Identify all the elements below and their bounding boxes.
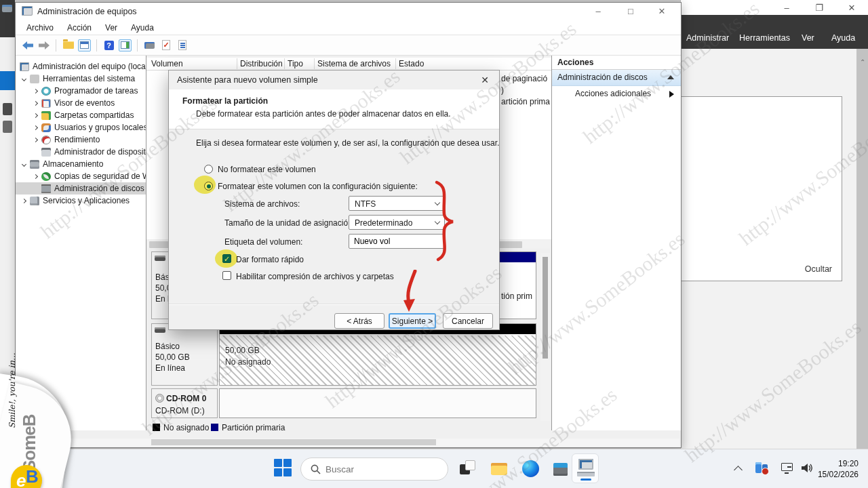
allocation-unit-label: Tamaño de la unidad de asignación: (224, 218, 355, 228)
chevron-right-icon[interactable] (33, 88, 38, 93)
tree-item-herramientas[interactable]: Herramientas del sistema (16, 73, 146, 85)
tray-chevron-up-icon[interactable] (734, 466, 743, 474)
back-button[interactable]: < Atrás (334, 313, 384, 329)
disk1-type: Básico (155, 342, 180, 351)
dialog-heading: Formatear la partición (182, 96, 268, 106)
quick-format-label[interactable]: Dar formato rápido (236, 255, 304, 264)
minimize-icon[interactable]: – (776, 3, 797, 14)
disk1-free-label: No asignado (225, 357, 271, 367)
chevron-up-icon[interactable]: ⌃ (860, 58, 865, 66)
chevron-down-icon[interactable] (22, 161, 26, 166)
volume-label-input[interactable] (349, 234, 445, 249)
radio-no-format-label[interactable]: No formatear este volumen (218, 165, 316, 174)
tree-item-copias[interactable]: Copias de seguridad de Windows (16, 170, 146, 182)
volume-icon[interactable] (802, 463, 814, 473)
menu-ayuda[interactable]: Ayuda (831, 33, 855, 43)
show-console-tree-icon[interactable] (78, 39, 91, 52)
menu-accion[interactable]: Acción (62, 22, 97, 34)
chevron-right-icon[interactable] (33, 113, 38, 117)
close-icon[interactable]: ✕ (842, 3, 862, 14)
tree-item-almacenamiento[interactable]: Almacenamiento (16, 158, 146, 170)
chevron-right-icon[interactable] (33, 125, 38, 129)
window-horizontal-scrollbar[interactable] (17, 439, 679, 447)
start-button[interactable] (274, 459, 293, 478)
search-input[interactable] (326, 462, 434, 476)
help-icon[interactable]: ? (102, 39, 115, 52)
menu-ver[interactable]: Ver (100, 22, 123, 34)
cancel-button[interactable]: Cancelar (443, 313, 493, 329)
menu-archivo[interactable]: Archivo (21, 22, 59, 34)
titlebar[interactable]: Administración de equipos – □ ✕ (16, 3, 681, 20)
allocation-unit-select[interactable]: Predeterminado (349, 215, 445, 230)
tree-item-servicios[interactable]: Servicios y Aplicaciones (16, 195, 146, 207)
legend: No asignado Partición primaria (146, 421, 551, 433)
compression-checkbox[interactable] (222, 271, 231, 280)
disk1-label-cell[interactable]: Básico 50,00 GB En línea (151, 323, 218, 386)
server-manager-button[interactable] (551, 459, 571, 479)
local-users-icon (41, 123, 51, 132)
chevron-down-icon[interactable] (22, 76, 26, 81)
close-icon[interactable]: ✕ (651, 5, 673, 18)
taskbar-search[interactable] (300, 458, 448, 481)
tree-item-equipo[interactable]: Administración del equipo (local) (16, 60, 146, 73)
next-button[interactable]: Siguiente > (389, 313, 436, 329)
menu-ayuda[interactable]: Ayuda (125, 22, 159, 34)
file-explorer-button[interactable] (490, 459, 510, 479)
actions-group-disk-management[interactable]: Administración de discos (552, 70, 681, 86)
tree-item-carpetas[interactable]: Carpetas compartidas (16, 109, 146, 121)
server-manager-header-sliver (0, 0, 15, 37)
cdrom-label-cell[interactable]: CD-ROM 0 CD-ROM (D:) (151, 388, 218, 418)
tree-item-dispositivos[interactable]: Administrador de dispositivos (16, 146, 146, 158)
computer-management-button-active[interactable] (572, 453, 599, 483)
radio-no-format[interactable] (204, 165, 213, 174)
nav-icon[interactable] (3, 121, 12, 133)
menu-administrar[interactable]: Administrar (686, 33, 729, 43)
column-distribucion[interactable]: Distribución (240, 59, 283, 68)
cdrom-section[interactable] (219, 388, 536, 418)
network-icon[interactable] (781, 463, 793, 471)
refresh-views-icon[interactable] (143, 39, 156, 52)
tray-clock[interactable]: 19:20 15/02/2026 (818, 458, 859, 480)
column-sistema-archivos[interactable]: Sistema de archivos (317, 59, 391, 68)
dialog-titlebar[interactable]: Asistente para nuevo volumen simple ✕ (169, 70, 499, 89)
column-estado[interactable]: Estado (399, 59, 424, 68)
up-folder-icon[interactable] (62, 39, 75, 52)
tree-item-administracion-discos[interactable]: Administración de discos (16, 182, 146, 195)
scrollbar[interactable] (856, 49, 868, 449)
hide-button[interactable]: Ocultar (805, 264, 832, 274)
properties-list-icon[interactable] (176, 39, 189, 52)
actions-pane: Acciones Administración de discos Accion… (551, 56, 681, 430)
actions-item-additional[interactable]: Acciones adicionales (552, 86, 681, 102)
maximize-icon[interactable]: □ (620, 5, 642, 18)
maximize-icon[interactable]: ❐ (809, 3, 829, 14)
chevron-right-icon[interactable] (22, 198, 26, 203)
disk1-unallocated-section[interactable]: 50,00 GB No asignado (219, 323, 536, 386)
menu-herramientas[interactable]: Herramientas (739, 33, 790, 43)
forward-icon[interactable] (37, 39, 50, 52)
tree-item-programador[interactable]: Programador de tareas (16, 85, 146, 97)
collapse-icon[interactable] (667, 75, 674, 79)
back-icon[interactable] (21, 39, 34, 52)
nav-icon[interactable] (3, 103, 12, 115)
check-disk-icon[interactable] (159, 39, 172, 52)
tree-item-rendimiento[interactable]: Rendimiento (16, 134, 146, 146)
tree-item-visor[interactable]: Visor de eventos (16, 97, 146, 109)
radio-format-label[interactable]: Formatear este volumen con la configurac… (218, 182, 418, 191)
filesystem-select[interactable]: NTFS (349, 196, 445, 211)
tree-item-usuarios[interactable]: Usuarios y grupos locales (16, 121, 146, 134)
column-volumen[interactable]: Volumen (151, 59, 183, 68)
graphical-vertical-scrollbar[interactable] (540, 253, 550, 430)
minimize-icon[interactable]: – (587, 5, 609, 18)
menu-ver[interactable]: Ver (802, 33, 814, 43)
chevron-right-icon[interactable] (33, 137, 38, 142)
show-action-pane-icon[interactable] (119, 39, 132, 52)
nav-selected-sliver[interactable] (0, 71, 15, 90)
task-view-button[interactable] (458, 459, 479, 479)
column-tipo[interactable]: Tipo (288, 59, 303, 68)
server-manager-tray-icon[interactable] (755, 462, 770, 475)
chevron-right-icon[interactable] (33, 174, 38, 178)
compression-label[interactable]: Habilitar compresión de archivos y carpe… (236, 272, 394, 281)
edge-button[interactable] (521, 459, 541, 479)
chevron-right-icon[interactable] (33, 100, 38, 105)
close-icon[interactable]: ✕ (477, 74, 492, 87)
